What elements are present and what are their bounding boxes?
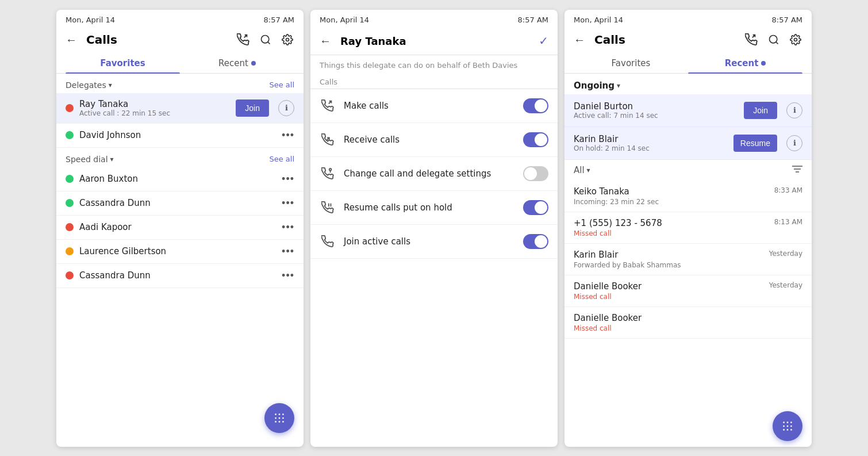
page-header-2: ← Ray Tanaka ✓: [310, 28, 558, 55]
svg-point-27: [787, 421, 789, 423]
svg-point-28: [790, 421, 792, 423]
contact-item-aaron: Aaron Buxton •••: [56, 167, 304, 191]
svg-point-29: [783, 425, 785, 427]
back-button-3[interactable]: ←: [574, 32, 589, 48]
status-dot-aaron: [66, 175, 74, 183]
contact-item-cassandra2: Cassandra Dunn •••: [56, 264, 304, 288]
svg-point-30: [787, 425, 789, 427]
filter-icon-3[interactable]: [792, 164, 802, 176]
info-button-karin[interactable]: ℹ: [786, 135, 802, 151]
svg-point-12: [282, 421, 284, 423]
permission-join-calls: Join active calls: [310, 225, 558, 259]
resume-calls-toggle[interactable]: [523, 200, 548, 215]
ongoing-item-daniel: Daniel Burton Active call: 7 min 14 sec …: [564, 94, 812, 127]
more-button-cassandra2[interactable]: •••: [282, 270, 294, 282]
time-2: 8:57 AM: [518, 16, 548, 24]
permission-receive-calls: Receive calls: [310, 123, 558, 157]
resume-calls-icon: [320, 201, 336, 214]
status-dot-cassandra1: [66, 199, 74, 207]
calls-icon-button-3[interactable]: [744, 32, 759, 47]
more-button-aaron[interactable]: •••: [282, 173, 294, 185]
ongoing-sub-karin: On hold: 2 min 14 sec: [574, 144, 728, 152]
receive-calls-toggle[interactable]: [523, 132, 548, 147]
permission-make-calls: Make calls: [310, 89, 558, 123]
svg-point-20: [770, 36, 777, 43]
contact-name-laurence: Laurence Gilbertson: [79, 246, 276, 256]
join-button-daniel[interactable]: Join: [744, 102, 777, 119]
back-button-2[interactable]: ←: [320, 33, 335, 49]
svg-point-5: [279, 413, 281, 415]
delegate-sub-ray: Active call : 22 min 15 sec: [79, 109, 230, 117]
tab-favorites-1[interactable]: Favorites: [66, 52, 180, 73]
header-3: ← Calls: [564, 28, 812, 52]
change-settings-toggle[interactable]: [523, 166, 548, 181]
svg-line-2: [268, 42, 270, 44]
time-3: 8:57 AM: [772, 16, 802, 24]
delegates-chevron-1: ▾: [109, 81, 112, 89]
search-button-3[interactable]: [767, 33, 781, 47]
settings-button-3[interactable]: [789, 33, 802, 47]
tab-favorites-3[interactable]: Favorites: [574, 52, 688, 73]
recent-dot-3: [761, 61, 766, 66]
ongoing-header-3[interactable]: Ongoing ▾: [564, 74, 812, 94]
calls-icon-button-1[interactable]: [236, 32, 251, 47]
speed-dial-chevron-1: ▾: [110, 155, 114, 163]
ongoing-item-karin: Karin Blair On hold: 2 min 14 sec Resume…: [564, 127, 812, 160]
more-button-laurence[interactable]: •••: [282, 246, 294, 258]
svg-point-7: [275, 417, 276, 419]
join-calls-toggle[interactable]: [523, 234, 548, 249]
delegates-label-1[interactable]: Delegates ▾: [66, 81, 112, 90]
delegate-info-ray: Ray Tanaka Active call : 22 min 15 sec: [79, 99, 230, 117]
join-button-ray[interactable]: Join: [236, 99, 269, 117]
fab-3[interactable]: [773, 411, 802, 441]
svg-point-34: [790, 429, 792, 431]
more-button-aadi[interactable]: •••: [282, 221, 294, 233]
delegate-subtitle-2: Things this delegate can do on behalf of…: [310, 55, 558, 73]
svg-point-31: [790, 425, 792, 427]
contact-item-cassandra1: Cassandra Dunn •••: [56, 191, 304, 216]
status-bar-2: Mon, April 14 8:57 AM: [310, 10, 558, 28]
fab-1[interactable]: [264, 403, 294, 433]
checkmark-icon-2[interactable]: ✓: [539, 34, 548, 48]
screen2-delegate-settings: Mon, April 14 8:57 AM ← Ray Tanaka ✓ Thi…: [310, 10, 558, 447]
status-dot-aadi: [66, 223, 74, 231]
call-time-keiko: 8:33 AM: [774, 186, 802, 194]
call-name-danielle2: Danielle Booker: [574, 313, 642, 323]
resume-button-karin[interactable]: Resume: [733, 135, 777, 152]
make-calls-toggle[interactable]: [523, 98, 548, 113]
delegates-see-all-1[interactable]: See all: [269, 81, 294, 89]
more-button-cassandra1[interactable]: •••: [282, 197, 294, 209]
make-calls-label: Make calls: [344, 101, 515, 111]
search-button-1[interactable]: [259, 33, 272, 47]
tab-recent-1[interactable]: Recent: [180, 52, 294, 73]
contact-info-david: David Johnson: [79, 130, 276, 140]
back-button-1[interactable]: ←: [66, 32, 80, 48]
speed-dial-see-all-1[interactable]: See all: [269, 155, 294, 163]
svg-line-21: [776, 42, 778, 44]
ongoing-info-karin: Karin Blair On hold: 2 min 14 sec: [574, 134, 728, 152]
call-time-danielle1: Yesterday: [769, 281, 802, 289]
call-item-danielle2: Danielle Booker Missed call: [564, 307, 812, 339]
info-button-ray[interactable]: ℹ: [278, 100, 294, 116]
call-time-karin2: Yesterday: [769, 250, 802, 258]
more-button-david[interactable]: •••: [282, 129, 294, 141]
screen3-calls-recent: Mon, April 14 8:57 AM ← Calls: [564, 10, 812, 447]
contact-name-aadi: Aadi Kapoor: [79, 222, 276, 232]
all-label-3[interactable]: All ▾: [574, 165, 590, 175]
date-3: Mon, April 14: [574, 16, 623, 24]
status-bar-1: Mon, April 14 8:57 AM: [56, 10, 304, 28]
ongoing-name-daniel: Daniel Burton: [574, 101, 738, 112]
speed-dial-label-1[interactable]: Speed dial ▾: [66, 155, 114, 164]
make-calls-icon: [320, 99, 336, 112]
ongoing-blocks-3: Daniel Burton Active call: 7 min 14 sec …: [564, 94, 812, 160]
title-1: Calls: [86, 33, 230, 47]
svg-point-6: [282, 413, 284, 415]
ongoing-chevron-3: ▾: [617, 82, 620, 90]
settings-button-1[interactable]: [281, 33, 294, 47]
contact-item-laurence: Laurence Gilbertson •••: [56, 240, 304, 264]
info-button-daniel[interactable]: ℹ: [786, 102, 802, 118]
title-3: Calls: [594, 33, 738, 47]
contact-item-david: David Johnson •••: [56, 124, 304, 148]
tab-recent-3[interactable]: Recent: [688, 52, 802, 73]
delegate-name-ray: Ray Tanaka: [79, 99, 230, 109]
